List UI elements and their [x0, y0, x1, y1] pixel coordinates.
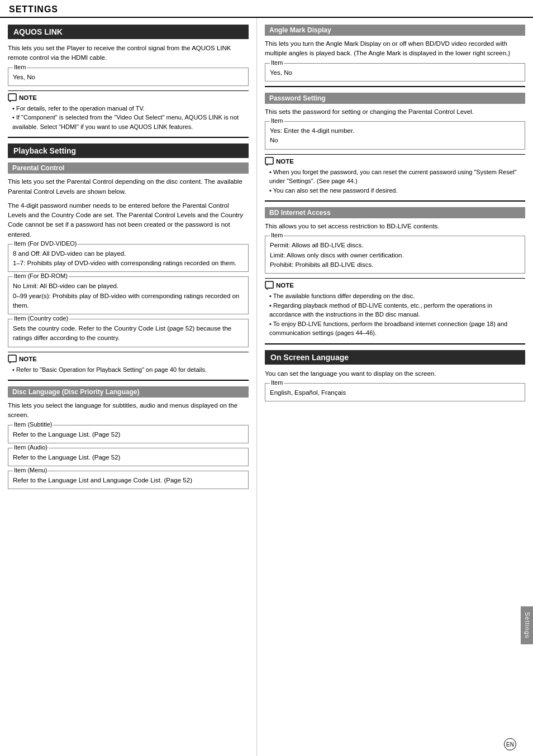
item-bd-content: No Limit: All BD-video can be played. 0–… — [13, 281, 244, 310]
item-country-content: Sets the country code. Refer to the Coun… — [13, 324, 244, 343]
separator-3 — [265, 86, 525, 87]
item-country-box: Item (Country code) Sets the country cod… — [8, 319, 249, 347]
bd-permit: Permit: Allows all BD-LIVE discs. — [270, 241, 520, 250]
svg-rect-2 — [8, 355, 16, 362]
page-header: SETTINGS — [0, 0, 533, 18]
bd-internet-item-content: Permit: Allows all BD-LIVE discs. Limit:… — [270, 241, 520, 270]
parental-control-desc1: This lets you set the Parental Control d… — [8, 177, 249, 197]
angle-mark-section: Angle Mark Display This lets you turn th… — [265, 25, 525, 82]
password-setting-desc: This sets the password for setting or ch… — [265, 107, 525, 117]
parental-control-note-header: NOTE — [8, 355, 249, 363]
separator-2 — [8, 380, 249, 381]
on-screen-language-title: On Screen Language — [265, 350, 525, 365]
item-menu-label: Item (Menu) — [13, 467, 48, 473]
note-item: To enjoy BD-LIVE functions, perform the … — [269, 319, 525, 338]
aquos-link-note: NOTE For details, refer to the operation… — [8, 90, 249, 132]
item-subtitle-content: Refer to the Language List. (Page 52) — [13, 430, 244, 439]
parental-control-note-list: Refer to "Basic Operation for Playback S… — [8, 365, 249, 375]
note-item: If "Component" is selected from the "Vid… — [12, 113, 249, 131]
item-menu-box: Item (Menu) Refer to the Language List a… — [8, 471, 249, 489]
aquos-link-description: This lets you set the Player to receive … — [8, 44, 249, 63]
bd-prohibit: Prohibit: Prohibits all BD-LIVE discs. — [270, 260, 520, 270]
on-screen-item-content: English, Español, Français — [270, 388, 520, 398]
password-line1: Yes: Enter the 4-digit number. — [270, 126, 520, 136]
angle-mark-desc: This lets you turn the Angle Mark Displa… — [265, 39, 525, 59]
aquos-link-note-header: NOTE — [8, 93, 249, 102]
item-dvd-box: Item (For DVD-VIDEO) 8 and Off: All DVD-… — [8, 244, 249, 272]
page-title: SETTINGS — [9, 4, 524, 15]
item-subtitle-box: Item (Subtitle) Refer to the Language Li… — [8, 425, 249, 443]
page-number: EN — [504, 738, 516, 750]
password-note-header: NOTE — [265, 157, 525, 166]
item-bd-box: Item (For BD-ROM) No Limit: All BD-video… — [8, 276, 249, 314]
aquos-link-item-box: Item Yes, No — [8, 68, 249, 86]
bd-internet-item-label: Item — [270, 232, 284, 238]
on-screen-language-section: On Screen Language You can set the langu… — [265, 350, 525, 402]
disc-language-desc: This lets you select the language for su… — [8, 401, 249, 420]
password-item-label: Item — [270, 117, 284, 124]
angle-mark-item-content: Yes, No — [270, 68, 520, 78]
side-tab: Settings — [521, 606, 533, 644]
separator-5 — [265, 343, 525, 344]
aquos-link-note-list: For details, refer to the operation manu… — [8, 104, 249, 132]
bd-internet-desc: This allows you to set access restrictio… — [265, 222, 525, 231]
aquos-link-item-label: Item — [13, 64, 27, 70]
note-item: Refer to "Basic Operation for Playback S… — [12, 365, 249, 375]
item-audio-label: Item (Audio) — [13, 444, 49, 451]
note-icon-2 — [8, 355, 17, 363]
angle-mark-subtitle: Angle Mark Display — [265, 25, 525, 36]
aquos-link-title: AQUOS LINK — [8, 25, 249, 39]
password-note: NOTE When you forget the password, you c… — [265, 154, 525, 195]
item-subtitle-label: Item (Subtitle) — [13, 421, 53, 428]
playback-setting-section: Playback Setting Parental Control This l… — [8, 143, 249, 489]
separator-4 — [265, 200, 525, 202]
columns: AQUOS LINK This lets you set the Player … — [0, 18, 533, 756]
item-dvd-content: 8 and Off: All DVD-video can be played. … — [13, 249, 244, 269]
bd-internet-note-list: The available functions differ depending… — [265, 291, 525, 338]
parental-control-desc2: The 4-digit password number needs to be … — [8, 201, 249, 240]
bd-limit: Limit: Allows only discs with owner cert… — [270, 251, 520, 260]
item-bd-label: Item (For BD-ROM) — [13, 272, 69, 279]
svg-rect-4 — [265, 157, 273, 164]
disc-language-section: Disc Language (Disc Priority Language) T… — [8, 386, 249, 489]
note-icon-3 — [265, 157, 274, 166]
note-item: The available functions differ depending… — [269, 291, 525, 301]
parental-control-subtitle: Parental Control — [8, 162, 249, 174]
item-menu-content: Refer to the Language List and Language … — [13, 476, 244, 485]
svg-rect-6 — [265, 281, 273, 288]
bd-internet-subtitle: BD Internet Access — [265, 207, 525, 218]
bd-internet-note: NOTE The available functions differ depe… — [265, 278, 525, 338]
note-item: For details, refer to the operation manu… — [12, 104, 249, 113]
item-dvd-label: Item (For DVD-VIDEO) — [13, 240, 78, 247]
right-column: Angle Mark Display This lets you turn th… — [257, 18, 533, 756]
item-audio-box: Item (Audio) Refer to the Language List.… — [8, 448, 249, 466]
note-item: Regarding playback method of BD-LIVE con… — [269, 301, 525, 319]
password-line2: No — [270, 136, 520, 145]
password-item-content: Yes: Enter the 4-digit number. No — [270, 126, 520, 146]
aquos-link-section: AQUOS LINK This lets you set the Player … — [8, 25, 249, 131]
note-icon — [8, 93, 17, 102]
svg-rect-0 — [8, 94, 16, 101]
password-setting-section: Password Setting This sets the password … — [265, 93, 525, 195]
on-screen-item-box: Item English, Español, Français — [265, 383, 525, 401]
note-item: You can also set the new password if des… — [269, 186, 525, 195]
page: SETTINGS AQUOS LINK This lets you set th… — [0, 0, 533, 756]
angle-mark-item-label: Item — [270, 59, 284, 66]
note-item: When you forget the password, you can re… — [269, 168, 525, 186]
parental-control-section: Parental Control This lets you set the P… — [8, 162, 249, 374]
angle-mark-item-box: Item Yes, No — [265, 63, 525, 82]
bd-internet-section: BD Internet Access This allows you to se… — [265, 207, 525, 338]
item-audio-content: Refer to the Language List. (Page 52) — [13, 453, 244, 462]
password-note-list: When you forget the password, you can re… — [265, 168, 525, 195]
left-column: AQUOS LINK This lets you set the Player … — [0, 18, 257, 756]
item-country-label: Item (Country code) — [13, 315, 69, 322]
playback-setting-title: Playback Setting — [8, 143, 249, 158]
on-screen-item-label: Item — [270, 379, 284, 386]
password-item-box: Item Yes: Enter the 4-digit number. No — [265, 121, 525, 150]
note-icon-4 — [265, 281, 274, 290]
separator-1 — [8, 137, 249, 138]
bd-internet-item-box: Item Permit: Allows all BD-LIVE discs. L… — [265, 236, 525, 274]
parental-control-note: NOTE Refer to "Basic Operation for Playb… — [8, 352, 249, 375]
bd-internet-note-header: NOTE — [265, 281, 525, 290]
on-screen-language-desc: You can set the language you want to dis… — [265, 369, 525, 379]
